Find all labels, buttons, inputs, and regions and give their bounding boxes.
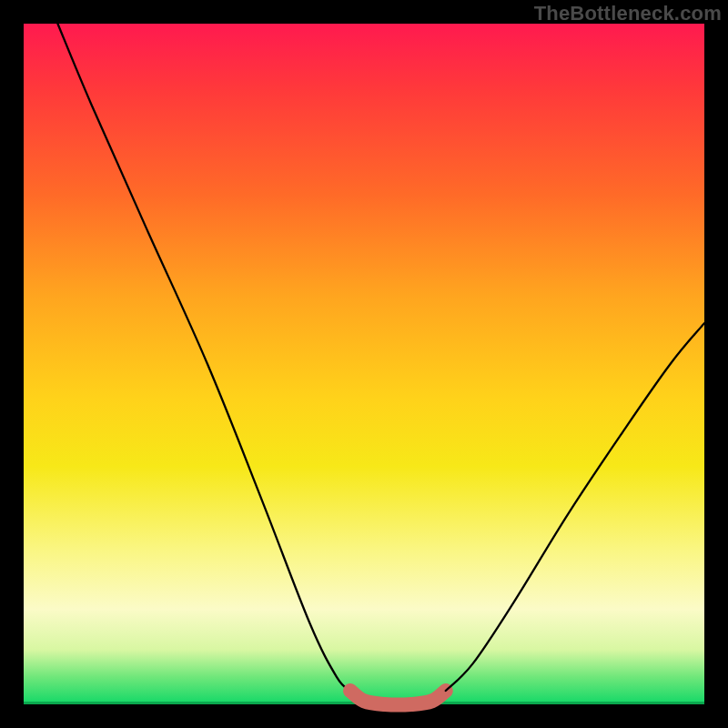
valley-highlight: [350, 691, 446, 704]
left-curve: [57, 24, 350, 691]
watermark-text: TheBottleneck.com: [534, 2, 722, 25]
chart-frame: TheBottleneck.com: [0, 0, 728, 728]
plot-area: [24, 24, 704, 704]
right-curve: [446, 323, 704, 691]
curve-layer: [24, 24, 704, 704]
